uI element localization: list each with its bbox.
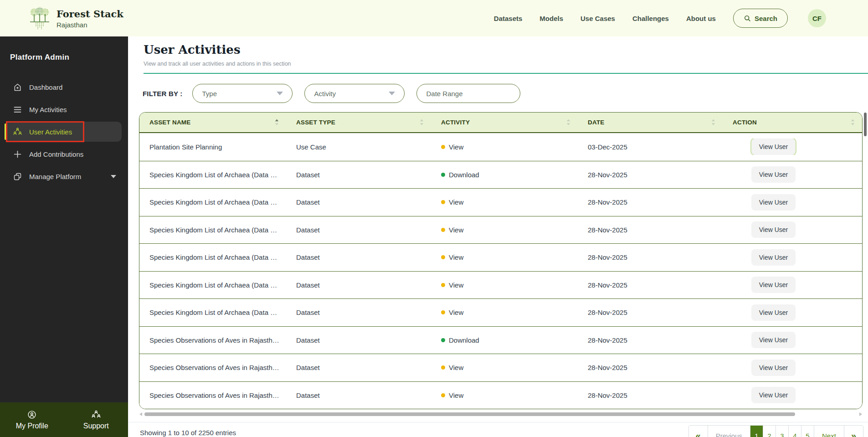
activity-dot (441, 310, 445, 314)
forest-stack-logo (29, 6, 50, 30)
cell-asset-name: Species Kingdom List of Archaea (Data … (139, 308, 286, 316)
filter-date-range-input[interactable]: Date Range (416, 84, 520, 103)
activity-label: View (449, 253, 463, 261)
cell-date: 28-Nov-2025 (578, 226, 723, 234)
sidebar-item-manage-platform[interactable]: Manage Platform (0, 166, 128, 186)
sidebar-item-support[interactable]: Support (64, 402, 128, 437)
footer-item-label: My Profile (16, 422, 48, 430)
sort-icon (711, 119, 715, 126)
pagination-page-1[interactable]: 1 (750, 426, 763, 437)
nav-use-cases[interactable]: Use Cases (580, 15, 615, 22)
topbar: Forest Stack Rajasthan Datasets Models U… (0, 0, 868, 36)
view-user-button[interactable]: View User (751, 332, 796, 348)
cell-action: View User (723, 221, 862, 238)
sidebar-item-add-contributions[interactable]: Add Contributions (0, 144, 128, 164)
table-row: Species Observations of Aves in Rajasth…… (139, 354, 862, 381)
cell-asset-type: Dataset (286, 364, 431, 371)
view-user-button[interactable]: View User (751, 249, 796, 266)
page-subtitle: View and track all user activities and a… (144, 61, 868, 67)
activity-label: View (449, 391, 463, 399)
pagination-page-2[interactable]: 2 (763, 426, 776, 437)
view-user-button[interactable]: View User (751, 387, 796, 403)
pagination-page-4[interactable]: 4 (789, 426, 801, 437)
cell-action: View User (723, 360, 862, 376)
view-user-button[interactable]: View User (751, 360, 796, 376)
filter-date-range-label: Date Range (426, 90, 462, 98)
sidebar-item-label: My Activities (29, 106, 67, 113)
activity-dot (441, 338, 445, 342)
horizontal-scrollbar-thumb[interactable] (144, 412, 795, 416)
column-header-asset-name[interactable]: ASSET NAME (139, 113, 286, 132)
cell-action: View User (723, 139, 862, 155)
group-icon (91, 410, 101, 420)
cell-asset-type: Use Case (286, 143, 431, 151)
cell-date: 28-Nov-2025 (578, 198, 723, 206)
filter-type-dropdown[interactable]: Type (192, 84, 293, 103)
sidebar-item-label: Dashboard (29, 83, 62, 91)
pagination-next-button[interactable]: Next (814, 426, 844, 437)
sidebar-item-dashboard[interactable]: Dashboard (0, 77, 128, 97)
nav-about-us[interactable]: About us (686, 15, 716, 22)
activity-label: View (449, 281, 463, 289)
cell-date: 28-Nov-2025 (578, 171, 723, 179)
nav-datasets[interactable]: Datasets (494, 15, 523, 22)
search-button[interactable]: Search (733, 9, 788, 28)
sidebar-nav: Dashboard My Activities User Activities (0, 77, 128, 186)
home-icon (13, 82, 22, 92)
avatar[interactable]: CF (808, 9, 826, 27)
cell-action: View User (723, 387, 862, 403)
scroll-left-arrow-icon[interactable] (139, 412, 142, 416)
table-row: Species Observations of Aves in Rajasth…… (139, 381, 862, 409)
cell-asset-type: Dataset (286, 336, 431, 344)
vertical-scrollbar-thumb[interactable] (864, 113, 867, 136)
pagination-last-button[interactable]: » (844, 426, 863, 437)
brand-title: Forest Stack (56, 8, 123, 20)
search-icon (744, 15, 751, 22)
column-header-date[interactable]: DATE (578, 113, 723, 132)
cell-asset-name: Species Observations of Aves in Rajasth… (139, 364, 286, 371)
filter-activity-dropdown[interactable]: Activity (304, 84, 405, 103)
pagination-page-3[interactable]: 3 (776, 426, 789, 437)
pagination-page-5[interactable]: 5 (801, 426, 814, 437)
view-user-button[interactable]: View User (751, 277, 796, 293)
cell-date: 03-Dec-2025 (578, 143, 723, 151)
app-screen: Forest Stack Rajasthan Datasets Models U… (0, 0, 868, 437)
nav-models[interactable]: Models (539, 15, 563, 22)
view-user-button[interactable]: View User (751, 221, 796, 238)
activity-dot (441, 200, 445, 204)
view-user-button[interactable]: View User (751, 304, 796, 321)
column-header-asset-type[interactable]: ASSET TYPE (286, 113, 431, 132)
sidebar-item-my-activities[interactable]: My Activities (0, 99, 128, 119)
filter-type-label: Type (202, 90, 217, 98)
table-row: Species Kingdom List of Archaea (Data … … (139, 188, 862, 216)
table-row: Species Observations of Aves in Rajasth…… (139, 326, 862, 354)
cell-activity: View (431, 281, 578, 289)
brand-subtitle: Rajasthan (56, 21, 123, 29)
cell-asset-type: Dataset (286, 281, 431, 289)
column-header-activity[interactable]: ACTIVITY (431, 113, 578, 132)
pagination-first-button[interactable]: « (689, 426, 708, 437)
sort-icon (851, 119, 855, 126)
brand[interactable]: Forest Stack Rajasthan (29, 6, 123, 30)
view-user-button[interactable]: View User (751, 194, 796, 211)
pagination-previous-button[interactable]: Previous (708, 426, 750, 437)
sidebar-item-user-activities[interactable]: User Activities (5, 122, 122, 142)
sort-icon (275, 119, 279, 126)
cell-activity: View (431, 253, 578, 261)
column-header-action[interactable]: ACTION (723, 113, 862, 132)
sidebar-item-label: User Activities (29, 128, 72, 136)
cell-asset-name: Species Kingdom List of Archaea (Data … (139, 198, 286, 206)
cell-asset-type: Dataset (286, 198, 431, 206)
nav-challenges[interactable]: Challenges (632, 15, 669, 22)
cell-activity: Download (431, 171, 578, 179)
plus-icon (13, 149, 22, 159)
table-footer: Showing 1 to 10 of 2250 entries « Previo… (128, 422, 868, 437)
section-divider (144, 73, 868, 74)
cell-activity: View (431, 226, 578, 234)
scroll-right-arrow-icon[interactable] (859, 412, 862, 416)
profile-icon (27, 410, 37, 420)
view-user-button[interactable]: View User (751, 166, 796, 183)
cell-date: 28-Nov-2025 (578, 336, 723, 344)
view-user-button[interactable]: View User (751, 139, 796, 155)
sidebar-item-my-profile[interactable]: My Profile (0, 402, 64, 437)
